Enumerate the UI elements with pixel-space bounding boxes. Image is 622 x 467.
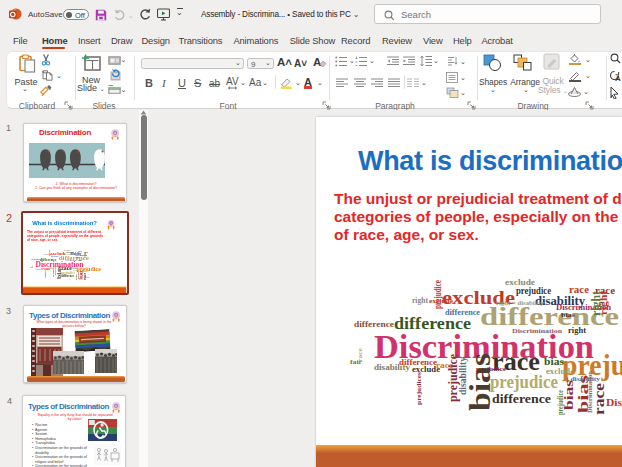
svg-text:bias: bias <box>561 380 576 410</box>
svg-text:right: right <box>78 259 82 261</box>
svg-text:disability: disability <box>457 357 468 395</box>
svg-text:right = disability: right = disability <box>62 253 73 255</box>
svg-text:exclude: exclude <box>64 249 71 251</box>
svg-text:race: race <box>592 383 607 415</box>
svg-text:bias: bias <box>55 265 62 278</box>
svg-text:A: A <box>615 74 621 82</box>
svg-text:race: race <box>32 264 33 267</box>
svg-text:right: right <box>568 326 586 335</box>
svg-text:difference: difference <box>354 320 395 329</box>
svg-text:race: race <box>356 348 364 362</box>
svg-text:difference: difference <box>492 391 551 406</box>
svg-text:prejudices: prejudices <box>45 270 46 278</box>
svg-text:Discrimination: Discrimination <box>586 371 594 413</box>
svg-text:prejudice: prejudice <box>432 280 443 309</box>
svg-text:right = disability: right = disability <box>496 299 544 307</box>
svg-text:prejudices: prejudices <box>415 372 423 405</box>
svg-text:prejudice: prejudice <box>48 250 50 257</box>
svg-text:bias: bias <box>561 311 575 319</box>
svg-text:difference: difference <box>31 258 40 260</box>
svg-text:race: race <box>83 272 87 280</box>
svg-text:Discrimination: Discrimination <box>512 327 562 335</box>
svg-text:difference: difference <box>445 308 480 317</box>
svg-text:right: right <box>598 290 609 315</box>
svg-text:disability: disability <box>36 268 44 270</box>
svg-text:disability: disability <box>374 362 411 372</box>
svg-text:Discrimination: Discrimination <box>66 260 77 261</box>
svg-text:right: right <box>412 296 428 305</box>
svg-text:bias: bias <box>76 257 80 258</box>
svg-text:difference: difference <box>51 255 59 257</box>
svg-text:disability: disability <box>54 266 56 275</box>
svg-text:exclude: exclude <box>505 278 536 287</box>
svg-text:right: right <box>84 252 86 258</box>
svg-text:Dis: Dis <box>606 397 622 408</box>
svg-text:difference: difference <box>61 274 75 278</box>
svg-text:Discrimination: Discrimination <box>82 270 83 280</box>
